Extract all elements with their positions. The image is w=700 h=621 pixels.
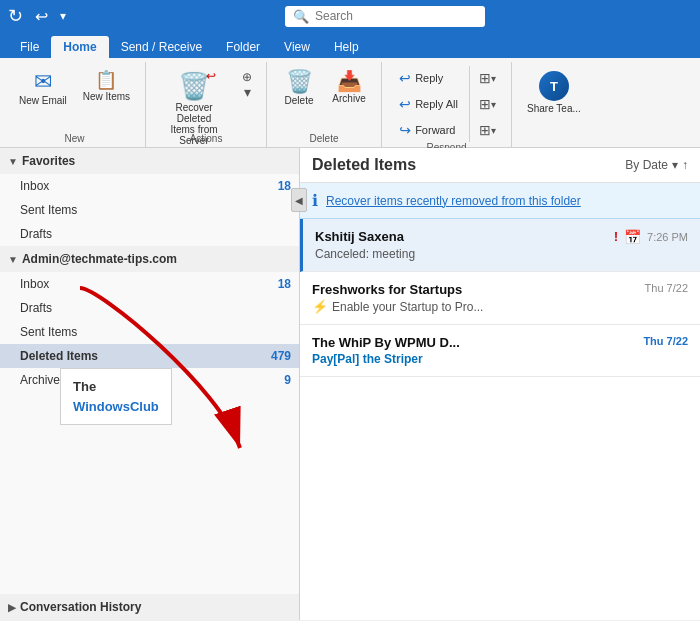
sidebar-item-deleted-account[interactable]: Deleted Items 479	[0, 344, 299, 368]
tab-help[interactable]: Help	[322, 36, 371, 58]
respond-extra-icon-2: ⊞	[479, 96, 491, 112]
sent-account-label: Sent Items	[20, 325, 291, 339]
email-time-3: Thu 7/22	[643, 335, 688, 347]
actions-extra-icon: ⊕	[242, 70, 252, 84]
watermark: The WindowsClub	[60, 368, 172, 425]
quick-access-icon[interactable]: ▾	[60, 9, 66, 23]
forward-label: Forward	[415, 124, 455, 136]
search-input[interactable]	[315, 9, 477, 23]
sidebar-collapse-button[interactable]: ◀	[291, 188, 307, 212]
respond-extra-buttons: ⊞▾ ⊞▾ ⊞▾	[469, 66, 501, 142]
email-item-1[interactable]: Kshitij Saxena ! 📅 7:26 PM Canceled: mee…	[300, 219, 700, 272]
search-icon: 🔍	[293, 9, 309, 24]
actions-extra-button[interactable]: ⊕ ▾	[236, 66, 258, 130]
new-email-button[interactable]: ✉ New Email	[12, 66, 74, 132]
tab-send-receive[interactable]: Send / Receive	[109, 36, 214, 58]
share-teams-label: Share Tea...	[527, 103, 581, 115]
sidebar-item-sent-account[interactable]: Sent Items	[0, 320, 299, 344]
sidebar-item-drafts-favorites[interactable]: Drafts	[0, 222, 299, 246]
email-sender-2: Freshworks for Startups	[312, 282, 462, 297]
archive-button[interactable]: 📥 Archive	[325, 66, 373, 132]
sidebar-item-inbox-account[interactable]: Inbox 18	[0, 272, 299, 296]
tab-view[interactable]: View	[272, 36, 322, 58]
recover-banner[interactable]: ℹ Recover items recently removed from th…	[300, 183, 700, 219]
respond-extra-1[interactable]: ⊞▾	[474, 66, 501, 90]
reply-button[interactable]: ↩ Reply	[392, 66, 465, 90]
recover-deleted-button[interactable]: 🗑️ ↩ Recover Deleted Items from Server	[154, 66, 234, 130]
email-item-3[interactable]: The WhiP By WPMU D... Thu 7/22 Pay[Pal] …	[300, 325, 700, 377]
ribbon-group-actions: 🗑️ ↩ Recover Deleted Items from Server ⊕…	[146, 62, 267, 147]
forward-icon: ↩	[399, 122, 411, 138]
paypal-label-3: Pay[Pal] the Striper	[312, 352, 423, 366]
respond-extra-icon-3: ⊞	[479, 122, 491, 138]
ribbon-group-respond: ↩ Reply ↩ Reply All ↩ Forward ⊞▾ ⊞▾	[382, 62, 512, 147]
reply-all-icon: ↩	[399, 96, 411, 112]
new-group-label: New	[65, 133, 85, 147]
sidebar-item-sent-favorites[interactable]: Sent Items	[0, 198, 299, 222]
tab-folder[interactable]: Folder	[214, 36, 272, 58]
favorites-label: Favorites	[22, 154, 75, 168]
tab-file[interactable]: File	[8, 36, 51, 58]
lightning-icon-2: ⚡	[312, 299, 328, 314]
email-time-2: Thu 7/22	[645, 282, 688, 294]
account-chevron: ▼	[8, 254, 18, 265]
undo-icon[interactable]: ↩	[35, 7, 48, 26]
priority-icon-1: !	[614, 230, 618, 244]
respond-extra-icon-1: ⊞	[479, 70, 491, 86]
respond-extra-3[interactable]: ⊞▾	[474, 118, 501, 142]
actions-group-label: Actions	[190, 133, 223, 147]
conversation-chevron: ▶	[8, 602, 16, 613]
respond-extra-2[interactable]: ⊞▾	[474, 92, 501, 116]
email-time-1: 7:26 PM	[647, 231, 688, 243]
new-email-label: New Email	[19, 95, 67, 107]
sidebar-item-inbox-favorites[interactable]: Inbox 18	[0, 174, 299, 198]
email-sender-1: Kshitij Saxena	[315, 229, 404, 244]
archive-account-badge: 9	[284, 373, 291, 387]
sort-direction-icon: ↑	[682, 158, 688, 172]
sort-label: By Date	[625, 158, 668, 172]
recover-banner-link[interactable]: Recover items recently removed from this…	[326, 194, 581, 208]
favorites-section-header[interactable]: ▼ Favorites	[0, 148, 299, 174]
sort-chevron-icon: ▾	[672, 158, 678, 172]
share-teams-button[interactable]: T Share Tea...	[520, 66, 588, 130]
refresh-icon[interactable]: ↻	[8, 5, 23, 27]
email-subject-3: Pay[Pal] the Striper	[312, 352, 688, 366]
watermark-line2: WindowsClub	[73, 399, 159, 414]
sent-favorites-label: Sent Items	[20, 203, 291, 217]
account-label: Admin@techmate-tips.com	[22, 252, 177, 266]
ribbon-group-new: ✉ New Email 📋 New Items New	[4, 62, 146, 147]
archive-icon: 📥	[337, 71, 362, 91]
new-email-icon: ✉	[34, 71, 52, 93]
inbox-account-label: Inbox	[20, 277, 278, 291]
sidebar-item-drafts-account[interactable]: Drafts	[0, 296, 299, 320]
email-item-2[interactable]: Freshworks for Startups Thu 7/22 ⚡ Enabl…	[300, 272, 700, 325]
inbox-account-badge: 18	[278, 277, 291, 291]
teams-avatar: T	[539, 71, 569, 101]
sort-selector[interactable]: By Date ▾ ↑	[625, 158, 688, 172]
account-section-header[interactable]: ▼ Admin@techmate-tips.com	[0, 246, 299, 272]
archive-label: Archive	[332, 93, 365, 105]
main-area: ◀ ▼ Favorites Inbox 18 Sent Items Drafts…	[0, 148, 700, 620]
inbox-favorites-badge: 18	[278, 179, 291, 193]
inbox-favorites-label: Inbox	[20, 179, 278, 193]
search-bar[interactable]: 🔍	[285, 6, 485, 27]
delete-group-label: Delete	[310, 133, 339, 147]
new-items-icon: 📋	[95, 71, 117, 89]
email-subject-2: ⚡ Enable your Startup to Pro...	[312, 299, 688, 314]
reply-icon: ↩	[399, 70, 411, 86]
delete-icon: 🗑️	[286, 71, 313, 93]
delete-button[interactable]: 🗑️ Delete	[275, 66, 323, 132]
new-items-button[interactable]: 📋 New Items	[76, 66, 137, 132]
new-items-label: New Items	[83, 91, 130, 103]
tab-home[interactable]: Home	[51, 36, 108, 58]
reply-all-button[interactable]: ↩ Reply All	[392, 92, 465, 116]
content-header: Deleted Items By Date ▾ ↑	[300, 148, 700, 183]
conversation-history-label: Conversation History	[20, 600, 141, 614]
conversation-history-header[interactable]: ▶ Conversation History	[0, 594, 299, 620]
watermark-line1: The	[73, 379, 96, 394]
ribbon-group-delete: 🗑️ Delete 📥 Archive Delete	[267, 62, 382, 147]
forward-button[interactable]: ↩ Forward	[392, 118, 465, 142]
sidebar: ◀ ▼ Favorites Inbox 18 Sent Items Drafts…	[0, 148, 300, 620]
reply-label: Reply	[415, 72, 443, 84]
favorites-chevron: ▼	[8, 156, 18, 167]
